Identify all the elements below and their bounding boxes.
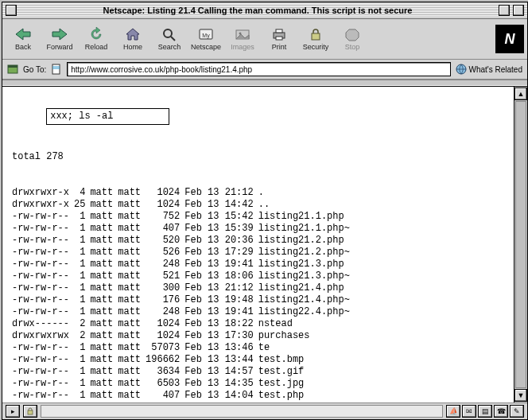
images-button[interactable]: Images xyxy=(225,25,260,52)
table-row: -rw-rw-r--1mattmatt3634Feb 13 14:57test.… xyxy=(12,366,355,378)
images-icon xyxy=(234,27,251,41)
svg-rect-15 xyxy=(8,65,17,68)
table-row: -rw-rw-r--1mattmatt300Feb 13 21:12listin… xyxy=(12,282,355,294)
search-button[interactable]: Search xyxy=(152,25,187,52)
print-icon xyxy=(270,27,288,41)
svg-marker-13 xyxy=(346,29,359,41)
close-box[interactable] xyxy=(6,5,17,16)
svg-text:My: My xyxy=(202,33,210,39)
table-row: -rw-rw-r--1mattmatt752Feb 13 15:42listin… xyxy=(12,211,355,223)
lock-icon xyxy=(307,27,324,41)
titlebar: Netscape: Listing 21.4 Calling the man c… xyxy=(2,2,527,19)
related-icon xyxy=(456,64,467,75)
toolbar: Back Forward Reload Home Search My Netsc… xyxy=(2,19,527,60)
svg-marker-0 xyxy=(16,29,30,40)
table-row: -rw-rw-r--1mattmatt521Feb 13 18:06listin… xyxy=(12,270,355,282)
netscape-button[interactable]: My Netscape xyxy=(188,25,223,52)
goto-label: Go To: xyxy=(23,65,46,74)
tray-navigator-icon[interactable]: ⛵ xyxy=(446,405,460,418)
reload-icon xyxy=(87,27,105,41)
window-title: Netscape: Listing 21.4 Calling the man c… xyxy=(20,6,495,15)
tray-mail-icon[interactable]: ✉ xyxy=(462,405,476,418)
table-row: -rw-rw-r--1mattmatt407Feb 13 15:39listin… xyxy=(12,223,355,235)
svg-point-3 xyxy=(164,29,172,37)
svg-rect-18 xyxy=(28,410,33,414)
table-row: -rw-rw-r--1mattmatt520Feb 13 20:36listin… xyxy=(12,235,355,247)
table-row: drwxrwxrwx2mattmatt1024Feb 13 17:30purch… xyxy=(12,330,355,342)
content-area: xxx; ls -al total 278 drwxrwxr-x4mattmat… xyxy=(2,86,527,402)
component-bar-toggle[interactable]: ▸ xyxy=(6,405,20,418)
reload-button[interactable]: Reload xyxy=(79,25,114,52)
table-row: drwxrwxr-x4mattmatt1024Feb 13 21:12. xyxy=(12,187,355,199)
location-bar: Go To: What's Related xyxy=(2,60,527,80)
bookmarks-icon[interactable] xyxy=(7,64,18,75)
search-icon xyxy=(161,27,178,41)
table-row: -rw-rw-r--1mattmatt526Feb 13 17:29listin… xyxy=(12,247,355,259)
zoom-box[interactable] xyxy=(499,5,510,16)
scroll-track[interactable] xyxy=(515,101,526,388)
stop-icon xyxy=(344,27,361,41)
table-row: -rw-rw-r--1mattmatt176Feb 13 19:48listin… xyxy=(12,294,355,306)
home-icon xyxy=(124,27,142,41)
page-body: xxx; ls -al total 278 drwxrwxr-x4mattmat… xyxy=(2,87,514,402)
tray-addressbook-icon[interactable]: ☎ xyxy=(494,405,508,418)
print-button[interactable]: Print xyxy=(262,25,297,52)
forward-button[interactable]: Forward xyxy=(42,25,77,52)
status-bar: ▸ ⛵ ✉ ▤ ☎ ✎ xyxy=(2,402,527,419)
table-row: drwxrwxr-x25mattmatt1024Feb 13 14:42.. xyxy=(12,199,355,211)
ls-output: drwxrwxr-x4mattmatt1024Feb 13 21:12.drwx… xyxy=(12,187,355,402)
status-text xyxy=(41,405,443,418)
component-tray: ⛵ ✉ ▤ ☎ ✎ xyxy=(446,405,524,418)
table-row: drwx------2mattmatt1024Feb 13 18:22nstea… xyxy=(12,318,355,330)
table-row: -rw-rw-r--1mattmatt196662Feb 13 13:44tes… xyxy=(12,354,355,366)
svg-line-4 xyxy=(171,37,175,41)
url-input[interactable] xyxy=(67,62,450,76)
svg-marker-1 xyxy=(52,29,67,40)
table-row: -rw-rw-r--1mattmatt407Feb 13 14:04test.p… xyxy=(12,390,355,402)
toolbar-divider xyxy=(2,80,527,86)
table-row: -rw-rw-r--1mattmatt248Feb 13 19:41listin… xyxy=(12,259,355,270)
tray-composer-icon[interactable]: ✎ xyxy=(510,405,524,418)
svg-rect-10 xyxy=(276,29,282,33)
whats-related-button[interactable]: What's Related xyxy=(456,64,523,75)
svg-marker-2 xyxy=(126,29,139,40)
vertical-scrollbar[interactable]: ▲ ▼ xyxy=(514,87,527,402)
back-button[interactable]: Back xyxy=(6,25,41,52)
ls-total: total 278 xyxy=(12,151,510,163)
svg-rect-12 xyxy=(312,33,320,40)
svg-rect-16 xyxy=(52,64,60,74)
home-button[interactable]: Home xyxy=(115,25,150,52)
table-row: -rw-rw-r--1mattmatt6503Feb 13 14:35test.… xyxy=(12,378,355,390)
table-row: -rw-rw-r--1mattmatt57073Feb 13 13:46te xyxy=(12,342,355,354)
page-proxy-icon[interactable] xyxy=(51,64,62,75)
stop-button[interactable]: Stop xyxy=(335,25,370,52)
collapse-box[interactable] xyxy=(513,5,524,16)
command-box[interactable]: xxx; ls -al xyxy=(46,108,169,125)
table-row: -rw-rw-r--1mattmatt248Feb 13 19:41listin… xyxy=(12,306,355,318)
table-row: -rw-rw-r--1mattmatt40Feb 13 13:13test.ph… xyxy=(12,402,355,402)
browser-window: Netscape: Listing 21.4 Calling the man c… xyxy=(2,2,528,420)
scroll-up-button[interactable]: ▲ xyxy=(514,88,527,100)
forward-icon xyxy=(51,27,68,41)
back-icon xyxy=(14,27,32,41)
security-button[interactable]: Security xyxy=(298,25,333,52)
security-status-icon[interactable] xyxy=(23,405,37,418)
tray-news-icon[interactable]: ▤ xyxy=(478,405,492,418)
svg-rect-11 xyxy=(276,37,282,40)
scroll-down-button[interactable]: ▼ xyxy=(514,389,527,402)
netscape-logo[interactable]: N xyxy=(495,25,524,53)
netscape-icon: My xyxy=(197,27,215,41)
